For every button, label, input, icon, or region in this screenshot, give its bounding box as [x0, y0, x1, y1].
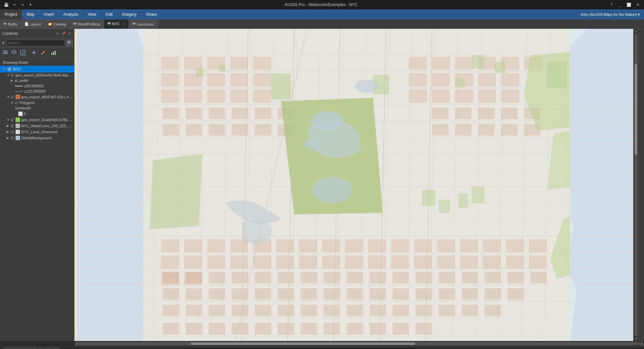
list-by-drawing-order-btn[interactable]	[1, 49, 9, 57]
layer-item-waterlines[interactable]: ▶ ☑ NYC_WaterLines_100_225_381_577	[0, 123, 74, 129]
layer-item-st-125[interactable]: ≤125.000000	[0, 89, 74, 94]
maximize-btn[interactable]: ⬜	[625, 1, 633, 8]
add-data-btn[interactable]	[30, 49, 38, 57]
layer-nyc-label: NYC	[13, 67, 73, 71]
layer-item-geo-fd5d[interactable]: ▼ ☑ geo_export_fd5d7af7-62e1-4c22-9f69-0…	[0, 94, 74, 100]
right-panel	[639, 29, 644, 341]
close-tab-icon[interactable]: ✕	[122, 22, 125, 26]
scroll-down-btn[interactable]: ▼	[635, 337, 637, 340]
contents-tree: Drawing Order ▼ NYC ▼ ☑ geo_export_b0341…	[0, 58, 74, 341]
layer-item-symbolid[interactable]: SymbolID	[0, 105, 74, 111]
nyc-icon: 🗺	[107, 22, 111, 26]
customize-btn[interactable]: ▾	[27, 1, 34, 8]
expand-nyc-arrow[interactable]: ▼	[3, 67, 7, 71]
contents-pin-btn[interactable]: 📌	[61, 31, 66, 36]
scroll-left-btn[interactable]: ◀	[74, 342, 78, 345]
tab-analysis[interactable]: Analysis	[59, 9, 83, 19]
layer-item-symbol-0[interactable]: 0	[0, 111, 74, 117]
layer-item-global-bg[interactable]: ▶ ☑ GlobalBackground	[0, 135, 74, 141]
scale-compass-btn[interactable]: ⊕	[53, 348, 59, 349]
scale-control: ▼ 🗺 ⊞ ⊕	[3, 348, 59, 349]
chart-btn[interactable]	[50, 49, 58, 57]
scale-decrease-btn[interactable]: ▼	[31, 348, 37, 349]
check-polygons[interactable]: ☑	[15, 101, 19, 105]
contents-close-btn[interactable]: ✕	[67, 31, 72, 36]
expand-geo-b0341-arrow[interactable]: ▼	[7, 73, 11, 77]
scroll-track-horizontal	[78, 342, 640, 345]
scroll-up-btn[interactable]: ▲	[635, 30, 637, 33]
scroll-thumb-vertical[interactable]	[635, 64, 637, 155]
tab-share[interactable]: Share	[141, 9, 161, 19]
tab-imagery[interactable]: Imagery	[117, 9, 141, 19]
symbol-line-light	[15, 86, 23, 87]
app-title: ArcGIS Pro - WatercolorExamples - NYC	[34, 2, 608, 7]
check-waterlines[interactable]: ☑	[11, 124, 15, 128]
layer-item-st-36[interactable]: ≤36.000000	[0, 83, 74, 89]
layer-item-geo-0cade[interactable]: ▼ ☑ geo_export_0cade394-6766-4f3c-ad1f-c…	[0, 117, 74, 123]
svg-point-3	[12, 50, 16, 52]
tab-view[interactable]: View	[83, 9, 101, 19]
scroll-track-vertical	[635, 34, 637, 336]
scroll-thumb-horizontal[interactable]	[191, 342, 416, 345]
layer-item-nyc[interactable]: ▼ NYC	[0, 66, 74, 72]
check-global-bg[interactable]: ☑	[11, 136, 15, 140]
map-tab-landcover[interactable]: 🗺 Landcover	[129, 19, 158, 29]
contents-options-btn[interactable]: ▾	[55, 31, 60, 36]
layer-geo-b0341-label: geo_export_b0341e5b-fbe8-4b6a-86b7-28b5	[15, 73, 73, 77]
title-bar: 💾 ↩ ↪ ▾ ArcGIS Pro - WatercolorExamples …	[0, 0, 644, 9]
check-geo-b0341[interactable]: ☑	[11, 73, 15, 77]
help-btn[interactable]: ?	[608, 1, 615, 8]
layer-item-polygons[interactable]: ▼ ☑ Polygons	[0, 100, 74, 105]
symbol-swatch-0	[18, 111, 23, 116]
vertical-scrollbar[interactable]: ▲ ▼	[633, 29, 639, 341]
expand-st-width-arrow[interactable]: ▶	[11, 79, 15, 82]
symbol-swatch-waterlines	[15, 123, 20, 128]
redo-btn[interactable]: ↪	[19, 1, 26, 8]
expand-geo-fd5d-arrow[interactable]: ▼	[7, 95, 11, 99]
scale-map-btn[interactable]: 🗺	[38, 348, 44, 349]
drawing-order-label: Drawing Order	[0, 59, 74, 66]
symbol-swatch-land-dissolved	[15, 130, 20, 134]
layer-geo-0cade-label: geo_export_0cade394-6766-4f3c-ad1f-c324b	[21, 118, 73, 122]
map-tab-nyc[interactable]: 🗺 NYC ✕	[104, 19, 129, 29]
expand-land-dissolved-arrow[interactable]: ▶	[7, 130, 11, 134]
tab-map[interactable]: Map	[22, 9, 39, 19]
map-tab-layout[interactable]: 📄 Layout	[21, 19, 45, 29]
map-area[interactable]: ▲ ▼	[74, 29, 639, 341]
layer-item-land-dissolved[interactable]: ▶ ☑ NYC_Land_Dissolved	[0, 129, 74, 135]
expand-polygons-arrow[interactable]: ▼	[11, 101, 15, 104]
map-tab-catalog[interactable]: 📁 Catalog	[45, 19, 70, 29]
ribbon: Project Map Insert Analysis View Edit Im…	[0, 9, 644, 19]
expand-geo-0cade-arrow[interactable]: ▼	[7, 118, 11, 121]
close-btn[interactable]: ✕	[634, 1, 641, 8]
layer-item-st-width[interactable]: ▶ st_width	[0, 78, 74, 83]
expand-waterlines-arrow[interactable]: ▶	[7, 124, 11, 128]
layer-item-geo-b0341[interactable]: ▼ ☑ geo_export_b0341e5b-fbe8-4b6a-86b7-2…	[0, 72, 74, 78]
draw-btn[interactable]	[39, 49, 47, 57]
toolbar-separator-2	[48, 49, 48, 56]
search-input[interactable]	[6, 40, 65, 46]
undo-btn[interactable]: ↩	[11, 1, 18, 8]
search-go-btn[interactable]: 🔍	[66, 40, 73, 46]
minimize-btn[interactable]: ⎯	[616, 1, 624, 8]
window-controls: ? ⎯ ⬜ ✕	[608, 1, 641, 8]
check-geo-0cade[interactable]: ☑	[11, 118, 15, 122]
tab-insert[interactable]: Insert	[39, 9, 59, 19]
list-by-data-source-btn[interactable]	[10, 49, 18, 57]
tab-edit[interactable]: Edit	[101, 9, 117, 19]
scale-grid-btn[interactable]: ⊞	[46, 348, 52, 349]
svg-rect-4	[20, 50, 25, 55]
check-geo-fd5d[interactable]: ☑	[11, 95, 15, 99]
svg-rect-1	[3, 52, 8, 53]
scale-input[interactable]	[3, 348, 30, 349]
user-account[interactable]: John (ArcGIS Maps for the Nation) ▾	[576, 9, 644, 19]
map-tab-worldpolitical[interactable]: 🗺 WorldPolitical	[70, 19, 104, 29]
map-tab-bathy[interactable]: 🗺 Bathy	[0, 19, 21, 29]
list-by-selection-btn[interactable]	[19, 49, 27, 57]
save-btn[interactable]: 💾	[3, 1, 10, 8]
worldpolitical-icon: 🗺	[73, 22, 76, 26]
scroll-right-btn[interactable]: ▶	[640, 342, 644, 345]
tab-project[interactable]: Project	[0, 9, 22, 19]
check-land-dissolved[interactable]: ☑	[11, 130, 15, 134]
expand-global-bg-arrow[interactable]: ▶	[7, 136, 11, 140]
